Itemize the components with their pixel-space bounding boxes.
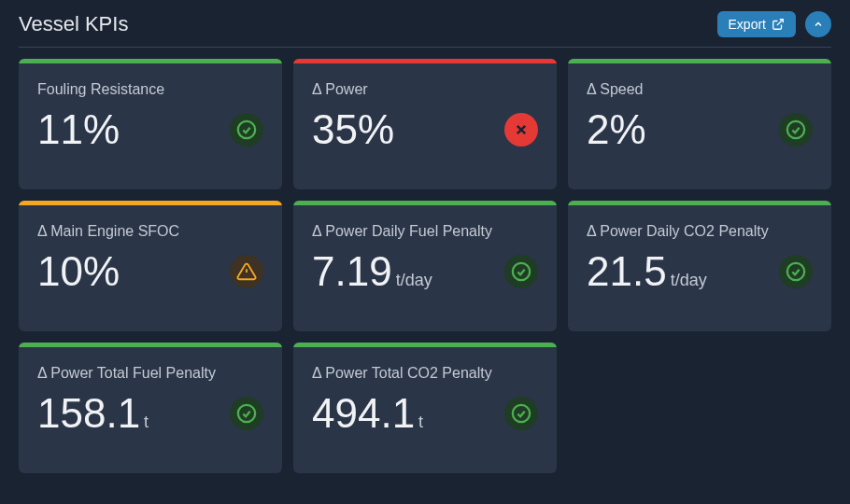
status-bar (293, 59, 557, 63)
check-icon (504, 397, 538, 430)
kpi-label: Δ Speed (587, 81, 813, 98)
kpi-value: 35% (312, 109, 394, 150)
kpi-unit: t (144, 413, 149, 430)
kpi-unit: t/day (671, 272, 707, 288)
svg-line-0 (777, 20, 783, 25)
kpi-body: 21.5t/day (587, 251, 813, 292)
kpi-value: 158.1t (37, 393, 149, 434)
kpi-label: Δ Power (312, 81, 538, 98)
svg-point-1 (238, 121, 255, 138)
chevron-up-icon (813, 19, 824, 30)
kpi-body: 7.19t/day (312, 251, 538, 292)
kpi-value: 10% (37, 251, 120, 292)
kpi-value: 2% (587, 109, 646, 150)
kpi-card[interactable]: Δ Power Total CO2 Penalty494.1t (293, 343, 557, 473)
kpi-card[interactable]: Fouling Resistance11% (19, 59, 282, 189)
svg-point-8 (787, 263, 804, 280)
kpi-value: 7.19t/day (312, 251, 432, 292)
kpi-label: Δ Power Daily CO2 Penalty (587, 223, 813, 240)
kpi-card[interactable]: Δ Power Daily Fuel Penalty7.19t/day (293, 201, 557, 331)
kpi-value: 11% (37, 109, 120, 150)
svg-point-10 (513, 405, 530, 422)
kpi-body: 2% (587, 109, 813, 150)
status-bar (19, 59, 282, 63)
status-bar (293, 343, 557, 347)
status-bar (19, 343, 282, 347)
kpi-body: 11% (37, 109, 263, 150)
kpi-card[interactable]: Δ Power Daily CO2 Penalty21.5t/day (568, 201, 831, 331)
kpi-card[interactable]: Δ Power Total Fuel Penalty158.1t (19, 343, 282, 473)
kpi-unit: t/day (396, 272, 432, 288)
svg-point-7 (513, 263, 530, 280)
svg-point-9 (238, 405, 255, 422)
kpi-label: Δ Power Total CO2 Penalty (312, 365, 538, 382)
kpi-label: Δ Main Engine SFOC (37, 223, 263, 240)
export-button-label: Export (729, 17, 766, 32)
check-icon (779, 255, 813, 288)
status-bar (19, 201, 282, 205)
x-icon (504, 113, 538, 147)
warning-icon (230, 255, 263, 288)
kpi-value: 494.1t (312, 393, 423, 434)
kpi-card[interactable]: Δ Power35% (293, 59, 557, 189)
status-bar (568, 201, 831, 205)
kpi-label: Fouling Resistance (37, 81, 263, 98)
check-icon (504, 255, 538, 288)
kpi-grid: Fouling Resistance11%Δ Power35%Δ Speed2%… (19, 59, 831, 473)
kpi-label: Δ Power Total Fuel Penalty (37, 365, 263, 382)
kpi-value: 21.5t/day (587, 251, 707, 292)
check-icon (779, 113, 813, 147)
kpi-body: 494.1t (312, 393, 538, 434)
svg-point-4 (787, 121, 804, 138)
kpi-label: Δ Power Daily Fuel Penalty (312, 223, 538, 240)
kpi-body: 35% (312, 109, 538, 150)
status-bar (568, 59, 831, 63)
status-bar (293, 201, 557, 205)
external-link-icon (772, 18, 785, 31)
kpi-body: 158.1t (37, 393, 263, 434)
check-icon (230, 113, 263, 147)
export-button[interactable]: Export (717, 11, 796, 37)
collapse-button[interactable] (805, 11, 831, 37)
kpi-card[interactable]: Δ Main Engine SFOC10% (19, 201, 282, 331)
header: Vessel KPIs Export (19, 11, 831, 48)
header-actions: Export (717, 11, 831, 37)
kpi-unit: t (418, 413, 423, 430)
kpi-body: 10% (37, 251, 263, 292)
kpi-card[interactable]: Δ Speed2% (568, 59, 831, 189)
page-title: Vessel KPIs (19, 12, 128, 36)
check-icon (230, 397, 263, 430)
